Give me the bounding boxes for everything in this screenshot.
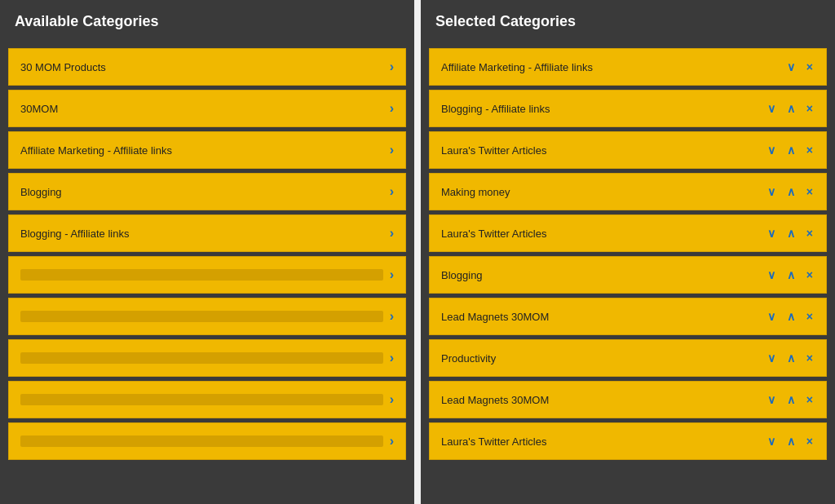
chevron-right-icon-5: › bbox=[390, 267, 394, 282]
remove-btn-0[interactable]: × bbox=[805, 60, 815, 73]
selected-item-label-lauras-twitter-1: Laura's Twitter Articles bbox=[441, 144, 766, 157]
selected-item-label-lead-magnets-2: Lead Magnets 30MOM bbox=[441, 394, 766, 406]
chevron-right-icon-8: › bbox=[390, 392, 394, 407]
move-down-btn-2[interactable]: ∨ bbox=[766, 144, 777, 157]
remove-btn-1[interactable]: × bbox=[805, 102, 815, 115]
available-panel-header: Available Categories bbox=[0, 0, 414, 43]
selected-item-blogging-affiliate: Blogging - Affiliate links ∨ ∧ × bbox=[429, 90, 827, 127]
move-up-btn-9[interactable]: ∧ bbox=[785, 435, 797, 448]
move-up-btn-2[interactable]: ∧ bbox=[785, 144, 797, 157]
move-down-btn-8[interactable]: ∨ bbox=[766, 393, 777, 406]
move-down-btn-7[interactable]: ∨ bbox=[766, 351, 777, 365]
available-item-label-hidden-4 bbox=[20, 394, 383, 405]
selected-item-label-affiliate-marketing: Affiliate Marketing - Affiliate links bbox=[441, 61, 785, 73]
selected-item-label-lauras-twitter-2: Laura's Twitter Articles bbox=[441, 228, 766, 240]
selected-item-lead-magnets-2: Lead Magnets 30MOM ∨ ∧ × bbox=[429, 381, 827, 418]
available-item-hidden-4[interactable]: › bbox=[8, 381, 406, 418]
chevron-right-icon-2: › bbox=[390, 143, 394, 157]
selected-item-label-blogging: Blogging bbox=[441, 269, 766, 281]
selected-item-lauras-twitter-1: Laura's Twitter Articles ∨ ∧ × bbox=[429, 131, 827, 169]
selected-item-label-lead-magnets-1: Lead Magnets 30MOM bbox=[441, 311, 766, 323]
selected-item-label-blogging-affiliate: Blogging - Affiliate links bbox=[441, 103, 766, 115]
chevron-right-icon-3: › bbox=[390, 184, 394, 199]
available-item-hidden-3[interactable]: › bbox=[8, 339, 406, 377]
chevron-right-icon-9: › bbox=[390, 434, 394, 449]
available-item-hidden-5[interactable]: › bbox=[8, 422, 406, 460]
selected-item-actions-7: ∨ ∧ × bbox=[766, 351, 815, 365]
available-item-30mom-products[interactable]: 30 MOM Products › bbox=[8, 48, 406, 86]
remove-btn-4[interactable]: × bbox=[805, 227, 815, 240]
selected-item-actions-3: ∨ ∧ × bbox=[766, 185, 815, 198]
main-container: Available Categories 30 MOM Products › 3… bbox=[0, 0, 835, 504]
selected-item-actions-4: ∨ ∧ × bbox=[766, 227, 815, 240]
selected-item-blogging: Blogging ∨ ∧ × bbox=[429, 256, 827, 294]
move-down-btn-5[interactable]: ∨ bbox=[766, 268, 777, 281]
remove-btn-8[interactable]: × bbox=[805, 393, 815, 406]
available-item-affiliate-marketing[interactable]: Affiliate Marketing - Affiliate links › bbox=[8, 131, 406, 169]
move-up-btn-8[interactable]: ∧ bbox=[785, 393, 797, 406]
selected-item-actions-8: ∨ ∧ × bbox=[766, 393, 815, 406]
move-down-btn-4[interactable]: ∨ bbox=[766, 227, 777, 240]
selected-item-lauras-twitter-2: Laura's Twitter Articles ∨ ∧ × bbox=[429, 214, 827, 252]
chevron-right-icon-7: › bbox=[390, 351, 394, 365]
available-panel-title: Available Categories bbox=[15, 13, 158, 29]
move-up-btn-3[interactable]: ∧ bbox=[785, 185, 797, 198]
chevron-right-icon-0: › bbox=[390, 60, 394, 74]
chevron-right-icon-6: › bbox=[390, 309, 394, 324]
available-item-label-affiliate-marketing: Affiliate Marketing - Affiliate links bbox=[20, 144, 383, 157]
available-item-label-blogging-affiliate: Blogging - Affiliate links bbox=[20, 228, 383, 240]
available-item-label-hidden-1 bbox=[20, 269, 383, 281]
selected-item-actions-9: ∨ ∧ × bbox=[766, 435, 815, 448]
selected-item-label-productivity: Productivity bbox=[441, 352, 766, 365]
selected-panel-body: Affiliate Marketing - Affiliate links ∨ … bbox=[421, 43, 835, 472]
move-up-btn-4[interactable]: ∧ bbox=[785, 227, 797, 240]
available-panel: Available Categories 30 MOM Products › 3… bbox=[0, 0, 414, 504]
move-down-btn-1[interactable]: ∨ bbox=[766, 102, 777, 115]
selected-item-lead-magnets-1: Lead Magnets 30MOM ∨ ∧ × bbox=[429, 298, 827, 335]
remove-btn-9[interactable]: × bbox=[805, 435, 815, 448]
available-item-blogging-affiliate[interactable]: Blogging - Affiliate links › bbox=[8, 214, 406, 252]
available-item-hidden-1[interactable]: › bbox=[8, 256, 406, 294]
available-item-30mom[interactable]: 30MOM › bbox=[8, 90, 406, 127]
remove-btn-5[interactable]: × bbox=[805, 268, 815, 281]
available-item-blogging[interactable]: Blogging › bbox=[8, 173, 406, 210]
move-up-btn-6[interactable]: ∧ bbox=[785, 310, 797, 323]
selected-panel-header: Selected Categories bbox=[421, 0, 835, 43]
remove-btn-6[interactable]: × bbox=[805, 310, 815, 323]
available-item-label-hidden-3 bbox=[20, 352, 383, 364]
available-item-label-blogging: Blogging bbox=[20, 186, 383, 198]
selected-item-label-lauras-twitter-3: Laura's Twitter Articles bbox=[441, 435, 766, 448]
selected-item-actions-1: ∨ ∧ × bbox=[766, 102, 815, 115]
move-up-btn-5[interactable]: ∧ bbox=[785, 268, 797, 281]
selected-item-lauras-twitter-3: Laura's Twitter Articles ∨ ∧ × bbox=[429, 422, 827, 460]
remove-btn-2[interactable]: × bbox=[805, 144, 815, 157]
chevron-right-icon-1: › bbox=[390, 101, 394, 116]
chevron-right-icon-4: › bbox=[390, 226, 394, 241]
move-down-btn-0[interactable]: ∨ bbox=[785, 60, 797, 73]
selected-item-productivity: Productivity ∨ ∧ × bbox=[429, 339, 827, 377]
available-item-label-hidden-2 bbox=[20, 311, 383, 322]
selected-item-actions-6: ∨ ∧ × bbox=[766, 310, 815, 323]
move-down-btn-9[interactable]: ∨ bbox=[766, 435, 777, 448]
selected-item-label-making-money: Making money bbox=[441, 186, 766, 198]
move-up-btn-7[interactable]: ∧ bbox=[785, 351, 797, 365]
available-item-label-hidden-5 bbox=[20, 435, 383, 447]
available-panel-body: 30 MOM Products › 30MOM › Affiliate Mark… bbox=[0, 43, 414, 472]
selected-item-actions-0: ∨ × bbox=[785, 60, 815, 73]
selected-panel: Selected Categories Affiliate Marketing … bbox=[421, 0, 835, 504]
selected-panel-title: Selected Categories bbox=[435, 13, 576, 29]
selected-item-making-money: Making money ∨ ∧ × bbox=[429, 173, 827, 210]
move-up-btn-1[interactable]: ∧ bbox=[785, 102, 797, 115]
available-item-hidden-2[interactable]: › bbox=[8, 298, 406, 335]
selected-item-actions-2: ∨ ∧ × bbox=[766, 144, 815, 157]
remove-btn-7[interactable]: × bbox=[805, 351, 815, 365]
remove-btn-3[interactable]: × bbox=[805, 185, 815, 198]
move-down-btn-3[interactable]: ∨ bbox=[766, 185, 777, 198]
available-item-label-30mom: 30MOM bbox=[20, 103, 383, 115]
selected-item-affiliate-marketing: Affiliate Marketing - Affiliate links ∨ … bbox=[429, 48, 827, 86]
available-item-label-30mom-products: 30 MOM Products bbox=[20, 61, 383, 73]
move-down-btn-6[interactable]: ∨ bbox=[766, 310, 777, 323]
selected-item-actions-5: ∨ ∧ × bbox=[766, 268, 815, 281]
